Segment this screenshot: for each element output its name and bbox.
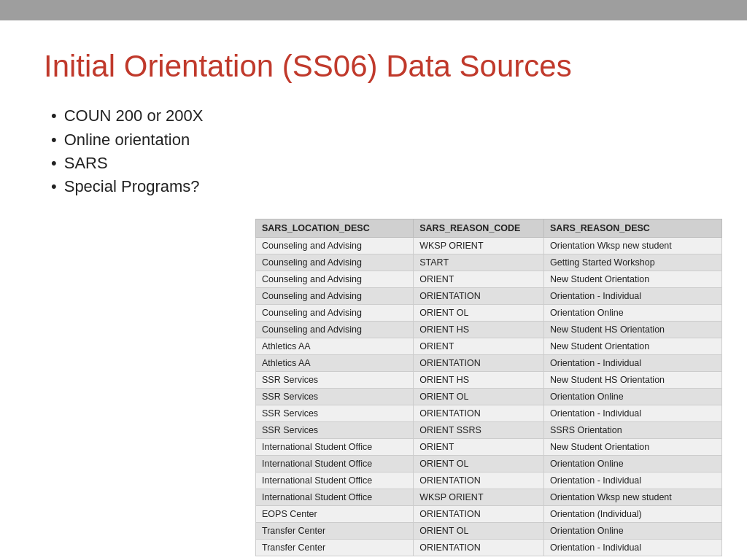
table-cell-9-0: SSR Services — [256, 388, 414, 405]
table-row: Counseling and AdvisingWKSP ORIENTOrient… — [256, 237, 722, 254]
table-row: International Student OfficeORIENTNew St… — [256, 438, 722, 455]
table-cell-14-0: International Student Office — [256, 472, 414, 489]
table-cell-6-1: ORIENT — [414, 338, 544, 354]
table-row: SSR ServicesORIENT SSRSSSRS Orientation — [256, 421, 722, 438]
table-cell-5-1: ORIENT HS — [414, 321, 544, 338]
table-cell-1-2: Getting Started Workshop — [544, 254, 722, 271]
table-cell-4-0: Counseling and Advising — [256, 304, 414, 321]
table-cell-18-1: ORIENTATION — [414, 539, 544, 556]
table-cell-12-0: International Student Office — [256, 438, 414, 455]
bullet-list: COUN 200 or 200XOnline orientationSARSSp… — [51, 106, 703, 197]
table-cell-4-2: Orientation Online — [544, 304, 722, 321]
table-cell-11-2: SSRS Orientation — [544, 421, 722, 438]
table-cell-6-0: Athletics AA — [256, 338, 414, 354]
bullet-item: COUN 200 or 200X — [51, 106, 703, 125]
table-cell-15-2: Orientation Wksp new student — [544, 489, 722, 505]
table-row: International Student OfficeORIENT OLOri… — [256, 455, 722, 472]
table-row: EOPS CenterORIENTATIONOrientation (Indiv… — [256, 505, 722, 522]
table-cell-8-1: ORIENT HS — [414, 371, 544, 388]
table-cell-7-0: Athletics AA — [256, 354, 414, 371]
bullet-item: SARS — [51, 154, 703, 173]
table-cell-3-1: ORIENTATION — [414, 287, 544, 304]
table-cell-0-0: Counseling and Advising — [256, 237, 414, 254]
table-cell-0-1: WKSP ORIENT — [414, 237, 544, 254]
table-cell-13-2: Orientation Online — [544, 455, 722, 472]
table-cell-9-2: Orientation Online — [544, 388, 722, 405]
table-row: Transfer CenterORIENTATIONOrientation - … — [256, 539, 722, 556]
table-row: Counseling and AdvisingORIENTATIONOrient… — [256, 287, 722, 304]
table-body: Counseling and AdvisingWKSP ORIENTOrient… — [256, 237, 722, 556]
table-row: Athletics AAORIENTATIONOrientation - Ind… — [256, 354, 722, 371]
header-col3: SARS_REASON_DESC — [544, 219, 722, 237]
table-cell-12-2: New Student Orientation — [544, 438, 722, 455]
table-row: Athletics AAORIENTNew Student Orientatio… — [256, 338, 722, 354]
table-row: Counseling and AdvisingORIENT OLOrientat… — [256, 304, 722, 321]
table-cell-18-2: Orientation - Individual — [544, 539, 722, 556]
table-row: Counseling and AdvisingSTARTGetting Star… — [256, 254, 722, 271]
table-row: Counseling and AdvisingORIENT HSNew Stud… — [256, 321, 722, 338]
table-row: Transfer CenterORIENT OLOrientation Onli… — [256, 522, 722, 539]
table-cell-9-1: ORIENT OL — [414, 388, 544, 405]
table-cell-10-0: SSR Services — [256, 405, 414, 421]
table-cell-10-2: Orientation - Individual — [544, 405, 722, 421]
table-cell-10-1: ORIENTATION — [414, 405, 544, 421]
table-cell-17-0: Transfer Center — [256, 522, 414, 539]
table-row: International Student OfficeORIENTATIONO… — [256, 472, 722, 489]
table-cell-2-2: New Student Orientation — [544, 271, 722, 287]
table-cell-8-2: New Student HS Orientation — [544, 371, 722, 388]
table-cell-18-0: Transfer Center — [256, 539, 414, 556]
bullet-item: Online orientation — [51, 131, 703, 149]
table-cell-1-0: Counseling and Advising — [256, 254, 414, 271]
table-header-row: SARS_LOCATION_DESC SARS_REASON_CODE SARS… — [256, 219, 722, 237]
page-title: Initial Orientation (SS06) Data Sources — [44, 50, 703, 83]
table-cell-13-0: International Student Office — [256, 455, 414, 472]
slide-content: Initial Orientation (SS06) Data Sources … — [0, 20, 747, 560]
table-row: SSR ServicesORIENT OLOrientation Online — [256, 388, 722, 405]
table-row: Counseling and AdvisingORIENTNew Student… — [256, 271, 722, 287]
table-cell-12-1: ORIENT — [414, 438, 544, 455]
table-cell-7-2: Orientation - Individual — [544, 354, 722, 371]
table-cell-17-1: ORIENT OL — [414, 522, 544, 539]
table-cell-2-1: ORIENT — [414, 271, 544, 287]
table-cell-4-1: ORIENT OL — [414, 304, 544, 321]
bullet-item: Special Programs? — [51, 177, 703, 196]
table-cell-3-2: Orientation - Individual — [544, 287, 722, 304]
table-row: SSR ServicesORIENTATIONOrientation - Ind… — [256, 405, 722, 421]
table-cell-14-1: ORIENTATION — [414, 472, 544, 489]
data-table: SARS_LOCATION_DESC SARS_REASON_CODE SARS… — [255, 219, 722, 556]
table-cell-16-0: EOPS Center — [256, 505, 414, 522]
table-cell-13-1: ORIENT OL — [414, 455, 544, 472]
table-cell-6-2: New Student Orientation — [544, 338, 722, 354]
header-col1: SARS_LOCATION_DESC — [256, 219, 414, 237]
table-cell-11-1: ORIENT SSRS — [414, 421, 544, 438]
table-cell-14-2: Orientation - Individual — [544, 472, 722, 489]
table-cell-15-0: International Student Office — [256, 489, 414, 505]
table-cell-8-0: SSR Services — [256, 371, 414, 388]
top-bar — [0, 0, 747, 20]
table-cell-7-1: ORIENTATION — [414, 354, 544, 371]
table-container: SARS_LOCATION_DESC SARS_REASON_CODE SARS… — [255, 219, 703, 556]
table-cell-16-2: Orientation (Individual) — [544, 505, 722, 522]
table-cell-16-1: ORIENTATION — [414, 505, 544, 522]
table-row: International Student OfficeWKSP ORIENTO… — [256, 489, 722, 505]
table-cell-3-0: Counseling and Advising — [256, 287, 414, 304]
table-cell-11-0: SSR Services — [256, 421, 414, 438]
header-col2: SARS_REASON_CODE — [414, 219, 544, 237]
table-row: SSR ServicesORIENT HSNew Student HS Orie… — [256, 371, 722, 388]
table-cell-5-2: New Student HS Orientation — [544, 321, 722, 338]
table-cell-0-2: Orientation Wksp new student — [544, 237, 722, 254]
table-cell-1-1: START — [414, 254, 544, 271]
table-cell-15-1: WKSP ORIENT — [414, 489, 544, 505]
table-cell-17-2: Orientation Online — [544, 522, 722, 539]
table-cell-2-0: Counseling and Advising — [256, 271, 414, 287]
table-cell-5-0: Counseling and Advising — [256, 321, 414, 338]
